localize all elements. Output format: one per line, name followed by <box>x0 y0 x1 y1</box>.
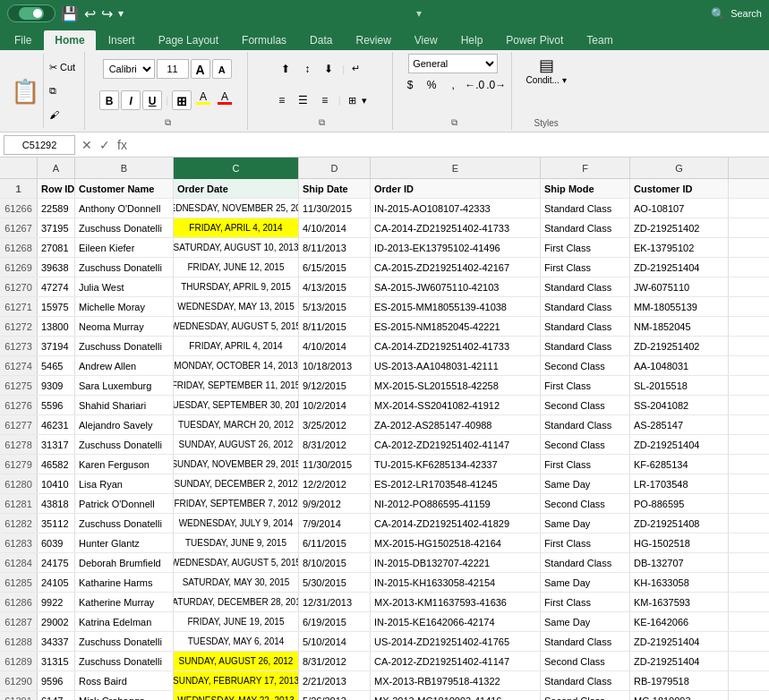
cell-d[interactable]: 8/11/2013 <box>299 238 371 257</box>
search-icon[interactable]: 🔍 <box>711 7 725 21</box>
cell-f[interactable]: First Class <box>541 534 630 552</box>
cell-b[interactable]: Shahid Shariari <box>75 396 174 414</box>
merge-center-button[interactable]: ⊞ ▾ <box>345 90 371 110</box>
header-cell-b[interactable]: Customer Name <box>75 179 174 198</box>
cell-g[interactable]: ZD-219251404 <box>630 632 729 651</box>
cell-g[interactable]: AA-1048031 <box>630 356 729 375</box>
cell-d[interactable]: 12/31/2013 <box>299 593 371 611</box>
cell-d[interactable]: 10/18/2013 <box>299 356 371 375</box>
cell-e[interactable]: CA-2014-ZD219251402-41829 <box>371 514 541 533</box>
cell-e[interactable]: IN-2015-KH1633058-42154 <box>371 573 541 592</box>
tab-file[interactable]: File <box>4 30 42 50</box>
cell-f[interactable]: Standard Class <box>541 415 630 434</box>
cell-c[interactable]: MONDAY, OCTOBER 14, 2013 <box>174 356 299 375</box>
cell-g[interactable]: AO-108107 <box>630 199 729 218</box>
cell-d[interactable]: 6/15/2015 <box>299 258 371 277</box>
underline-button[interactable]: U <box>142 90 162 110</box>
italic-button[interactable]: I <box>121 90 141 110</box>
cell-b[interactable]: Zuschuss Donatelli <box>75 258 174 277</box>
cell-a[interactable]: 15975 <box>38 297 75 316</box>
cell-g[interactable]: KE-1642066 <box>630 612 729 631</box>
cell-d[interactable]: 11/30/2015 <box>299 455 371 474</box>
highlight-color-button[interactable]: A <box>193 90 213 110</box>
cell-a[interactable]: 24105 <box>38 573 75 592</box>
cell-d[interactable]: 8/11/2015 <box>299 317 371 336</box>
cell-e[interactable]: ES-2012-LR1703548-41245 <box>371 474 541 493</box>
font-size-decrease[interactable]: A <box>212 59 232 79</box>
cell-b[interactable]: Sara Luxemburg <box>75 376 174 395</box>
cell-d[interactable]: 9/12/2015 <box>299 376 371 395</box>
cell-c[interactable]: SUNDAY, DECEMBER 2, 2012 <box>174 474 299 493</box>
cell-e[interactable]: US-2014-ZD219251402-41765 <box>371 632 541 651</box>
formula-input[interactable] <box>133 135 765 155</box>
copy-button[interactable]: ⧉ <box>47 84 77 98</box>
cell-d[interactable]: 9/9/2012 <box>299 494 371 513</box>
cell-c[interactable]: FRIDAY, SEPTEMBER 7, 2012 <box>174 494 299 513</box>
cell-b[interactable]: Mick Crebagga <box>75 691 174 700</box>
cell-e[interactable]: ES-2015-NM1852045-42221 <box>371 317 541 336</box>
tab-page-layout[interactable]: Page Layout <box>148 30 229 50</box>
cell-b[interactable]: Deborah Brumfield <box>75 553 174 572</box>
cell-g[interactable]: DB-132707 <box>630 553 729 572</box>
cell-c[interactable]: WEDNESDAY, MAY 22, 2013 <box>174 691 299 700</box>
cell-d[interactable]: 5/13/2015 <box>299 297 371 316</box>
tab-review[interactable]: Review <box>345 30 401 50</box>
align-top[interactable]: ⬆ <box>276 59 295 79</box>
cell-e[interactable]: ID-2013-EK13795102-41496 <box>371 238 541 257</box>
increase-decimal[interactable]: .0→ <box>486 75 506 95</box>
cell-a[interactable]: 10410 <box>38 474 75 493</box>
autosave-control[interactable] <box>7 4 56 22</box>
cell-c[interactable]: SUNDAY, NOVEMBER 29, 2015 <box>174 455 299 474</box>
cell-c[interactable]: WEDNESDAY, AUGUST 5, 2015 <box>174 317 299 336</box>
cell-g[interactable]: KF-6285134 <box>630 455 729 474</box>
font-size-increase[interactable]: A <box>191 59 210 79</box>
cell-b[interactable]: Hunter Glantz <box>75 534 174 552</box>
cell-g[interactable]: EK-13795102 <box>630 238 729 257</box>
cell-g[interactable]: PO-886595 <box>630 494 729 513</box>
cell-g[interactable]: HG-1502518 <box>630 534 729 552</box>
bold-button[interactable]: B <box>99 90 119 110</box>
cell-c[interactable]: SATURDAY, MAY 30, 2015 <box>174 573 299 592</box>
cell-a[interactable]: 39638 <box>38 258 75 277</box>
cell-e[interactable]: MX-2015-SL2015518-42258 <box>371 376 541 395</box>
cell-g[interactable]: SS-2041082 <box>630 396 729 414</box>
cell-d[interactable]: 5/26/2013 <box>299 691 371 700</box>
cell-f[interactable]: Standard Class <box>541 297 630 316</box>
cell-d[interactable]: 11/30/2015 <box>299 199 371 218</box>
cell-f[interactable]: Same Day <box>541 474 630 493</box>
cell-d[interactable]: 12/2/2012 <box>299 474 371 493</box>
cell-a[interactable]: 27081 <box>38 238 75 257</box>
cell-g[interactable]: ZD-219251404 <box>630 435 729 454</box>
cell-a[interactable]: 46231 <box>38 415 75 434</box>
cell-g[interactable]: ZD-219251404 <box>630 258 729 277</box>
tab-home[interactable]: Home <box>44 30 95 50</box>
tab-formulas[interactable]: Formulas <box>231 30 297 50</box>
cell-f[interactable]: Standard Class <box>541 199 630 218</box>
undo-icon[interactable]: ↩ <box>84 5 96 22</box>
cell-b[interactable]: Karen Ferguson <box>75 455 174 474</box>
cell-reference-box[interactable] <box>4 135 75 155</box>
cell-b[interactable]: Lisa Ryan <box>75 474 174 493</box>
cell-e[interactable]: MX-2013-MC1810093-41416 <box>371 691 541 700</box>
cell-a[interactable]: 34337 <box>38 632 75 651</box>
cell-a[interactable]: 31317 <box>38 435 75 454</box>
cell-a[interactable]: 37195 <box>38 218 75 237</box>
cell-c[interactable]: FRIDAY, JUNE 19, 2015 <box>174 612 299 631</box>
cell-g[interactable]: MC-1810093 <box>630 691 729 700</box>
cell-e[interactable]: TU-2015-KF6285134-42337 <box>371 455 541 474</box>
align-left[interactable]: ≡ <box>272 90 292 110</box>
cell-g[interactable]: NM-1852045 <box>630 317 729 336</box>
quick-access-more[interactable]: ▾ <box>118 7 124 20</box>
tab-view[interactable]: View <box>404 30 449 50</box>
wrap-text-button[interactable]: ↵ <box>348 59 366 79</box>
align-middle[interactable]: ↕ <box>297 59 317 79</box>
header-cell-e[interactable]: Order ID <box>371 179 541 198</box>
cell-e[interactable]: ZA-2012-AS285147-40988 <box>371 415 541 434</box>
cell-g[interactable]: MM-18055139 <box>630 297 729 316</box>
cell-b[interactable]: Patrick O'Donnell <box>75 494 174 513</box>
cell-a[interactable]: 31315 <box>38 652 75 670</box>
currency-button[interactable]: $ <box>400 75 420 95</box>
col-header-d[interactable]: D <box>299 158 371 179</box>
number-format-selector[interactable]: General <box>408 54 498 73</box>
cell-c[interactable]: SUNDAY, AUGUST 26, 2012 <box>174 652 299 670</box>
